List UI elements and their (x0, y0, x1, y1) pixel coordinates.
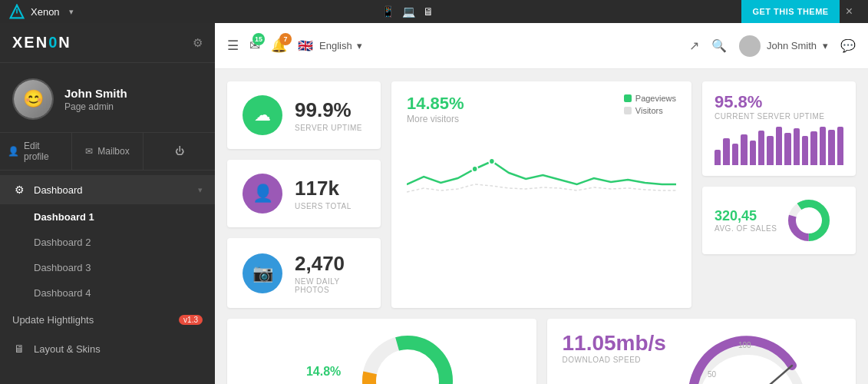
row-2: 14.8% -21.3% (227, 319, 856, 384)
email-notification[interactable]: ✉ 15 (249, 38, 260, 54)
mail-icon: ✉ (85, 146, 93, 157)
edit-profile-button[interactable]: 👤 Edit profile (0, 133, 72, 170)
sidebar: XEN0N ⚙ 😊 John Smith Page admin 👤 Edit p… (0, 23, 215, 384)
speed-value: 11.05mb/s (563, 331, 666, 356)
svg-point-2 (472, 166, 477, 172)
chart-subtitle: More visitors (407, 114, 464, 124)
stat-users: 👤 117k USERS TOTAL (227, 160, 381, 227)
bar-6 (758, 131, 764, 165)
big-donut-chart (358, 331, 457, 384)
menu-icon[interactable]: ☰ (227, 38, 239, 54)
bar-13 (820, 127, 826, 165)
device-icons: 📱 💻 🖥 (381, 5, 434, 18)
top-bar-left: Xenon ▾ (9, 4, 74, 19)
main-content: ☰ ✉ 15 🔔 7 English ▾ ↗ 🔍 John Smith (215, 23, 868, 384)
expand-icon[interactable]: ↗ (689, 38, 699, 53)
avatar-image: 😊 (14, 80, 52, 118)
bell-badge: 7 (279, 33, 292, 45)
users-label: USERS TOTAL (295, 202, 351, 210)
bar-5 (750, 141, 756, 165)
chart-legend: Pageviews Visitors (624, 94, 676, 115)
bar-1 (715, 150, 721, 165)
positive-pct: 14.8% (306, 365, 345, 379)
content-area: ☁ 99.9% SERVER UPTIME 👤 117k USERS TOTAL (215, 69, 868, 384)
sidebar-item-dashboard1[interactable]: Dashboard 1 (0, 204, 215, 230)
photos-info: 2,470 NEW DAILY PHOTOS (295, 252, 365, 294)
uptime-bar-label: CURRENT SERVER UPTIME (715, 112, 843, 121)
desktop-icon[interactable]: 🖥 (423, 5, 434, 18)
layout: XEN0N ⚙ 😊 John Smith Page admin 👤 Edit p… (0, 23, 868, 384)
bell-notification[interactable]: 🔔 7 (271, 38, 287, 54)
sidebar-item-dashboard4[interactable]: Dashboard 4 (0, 280, 215, 306)
flag-icon (298, 40, 315, 51)
visitors-chart: 14.85% More visitors Pageviews Visitors (391, 81, 691, 308)
sidebar-item-layout[interactable]: 🖥 Layout & Skins (0, 334, 215, 363)
sidebar-item-dashboard2[interactable]: Dashboard 2 (0, 230, 215, 255)
bar-9 (784, 133, 790, 165)
user-profile: 😊 John Smith Page admin (0, 63, 215, 133)
sidebar-nav: ⚙ Dashboard ▾ Dashboard 1 Dashboard 2 Da… (0, 170, 215, 384)
svg-text:100: 100 (738, 341, 751, 349)
visitors-dot (624, 107, 632, 114)
user-chevron: ▾ (823, 40, 828, 51)
mobile-icon[interactable]: 📱 (381, 5, 394, 18)
bar-3 (732, 144, 738, 165)
brand-name: Xenon (31, 6, 60, 18)
dashboard-label: Dashboard (34, 184, 83, 196)
power-icon: ⏻ (175, 146, 184, 157)
chart-header: 14.85% More visitors Pageviews Visitors (407, 94, 676, 124)
uptime-label: SERVER UPTIME (295, 124, 362, 132)
avatar: 😊 (12, 78, 54, 120)
right-panel: 95.8% CURRENT SERVER UPTIME (702, 81, 856, 308)
uptime-bar-card: 95.8% CURRENT SERVER UPTIME (702, 81, 856, 176)
photos-icon: 📷 (243, 253, 282, 293)
chat-icon[interactable]: 💬 (840, 38, 856, 53)
cta-button[interactable]: GET THIS THEME (741, 0, 839, 23)
mailbox-label: Mailbox (97, 146, 129, 157)
mailbox-button[interactable]: ✉ Mailbox (72, 133, 144, 170)
layout-label: Layout & Skins (34, 343, 101, 355)
user-name: John Smith (64, 87, 127, 100)
gear-icon[interactable]: ⚙ (193, 36, 203, 50)
bar-7 (767, 136, 773, 165)
search-icon[interactable]: 🔍 (711, 38, 727, 53)
profile-actions: 👤 Edit profile ✉ Mailbox ⏻ (0, 133, 215, 170)
user-info: John Smith Page admin (64, 87, 127, 112)
bar-2 (723, 138, 729, 165)
sales-label: AVG. OF SALES (715, 224, 777, 233)
user-menu[interactable]: John Smith ▾ (739, 35, 828, 57)
chevron-icon: ▾ (198, 185, 203, 195)
sidebar-logo: XEN0N (12, 34, 71, 51)
visitors-legend: Visitors (624, 106, 676, 115)
logout-button[interactable]: ⏻ (144, 133, 215, 170)
sidebar-item-dashboard[interactable]: ⚙ Dashboard ▾ (0, 175, 215, 204)
brand-chevron: ▾ (69, 7, 74, 17)
bottom-left-content: 14.8% -21.3% (306, 331, 457, 384)
chart-value-section: 14.85% More visitors (407, 94, 464, 124)
lang-chevron: ▾ (357, 40, 362, 51)
speed-section: 11.05mb/s DOWNLOAD SPEED (563, 331, 666, 370)
uptime-info: 99.9% SERVER UPTIME (295, 98, 362, 132)
version-badge: v1.3 (179, 315, 203, 325)
user-avatar (739, 35, 761, 57)
tablet-icon[interactable]: 💻 (402, 5, 415, 18)
email-badge: 15 (252, 33, 265, 45)
edit-profile-label: Edit profile (24, 141, 64, 162)
header-username: John Smith (767, 40, 817, 51)
close-icon[interactable]: × (840, 5, 859, 18)
bar-12 (810, 131, 817, 165)
updates-label: Update Hightlights (12, 314, 94, 326)
gauge-chart: 0 100 50 150 (678, 331, 817, 384)
photos-value: 2,470 (295, 252, 365, 276)
bottom-left-labels: 14.8% -21.3% (306, 365, 345, 385)
svg-text:50: 50 (708, 370, 717, 379)
uptime-value: 99.9% (295, 98, 362, 122)
language-selector[interactable]: English ▾ (298, 40, 362, 51)
main-header: ☰ ✉ 15 🔔 7 English ▾ ↗ 🔍 John Smith (215, 23, 868, 69)
line-chart-svg (407, 131, 676, 207)
language-label: English (319, 40, 352, 51)
brand-icon (9, 4, 25, 19)
stat-uptime: ☁ 99.9% SERVER UPTIME (227, 81, 381, 149)
sidebar-item-updates[interactable]: Update Hightlights v1.3 (0, 306, 215, 334)
sidebar-item-dashboard3[interactable]: Dashboard 3 (0, 255, 215, 280)
